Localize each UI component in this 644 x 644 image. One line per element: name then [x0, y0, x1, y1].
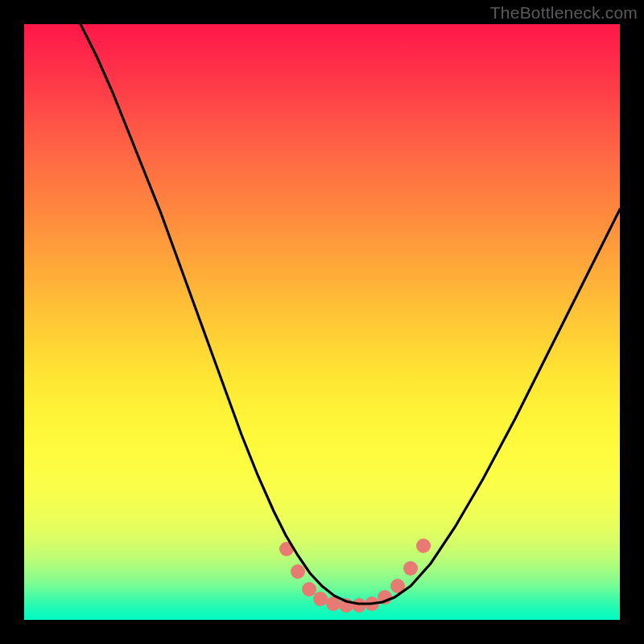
plot-area — [24, 24, 620, 620]
curve-dot — [313, 592, 328, 606]
dots-layer — [279, 539, 431, 613]
curve-dot — [416, 539, 431, 553]
curve-dot — [352, 598, 366, 613]
curve-dot — [403, 561, 418, 576]
curve-svg — [24, 24, 620, 620]
bottleneck-curve — [80, 24, 620, 604]
watermark-text: TheBottleneck.com — [490, 3, 638, 23]
curve-dot — [291, 564, 305, 579]
curve-dot — [302, 582, 316, 597]
chart-frame: TheBottleneck.com — [0, 0, 644, 644]
